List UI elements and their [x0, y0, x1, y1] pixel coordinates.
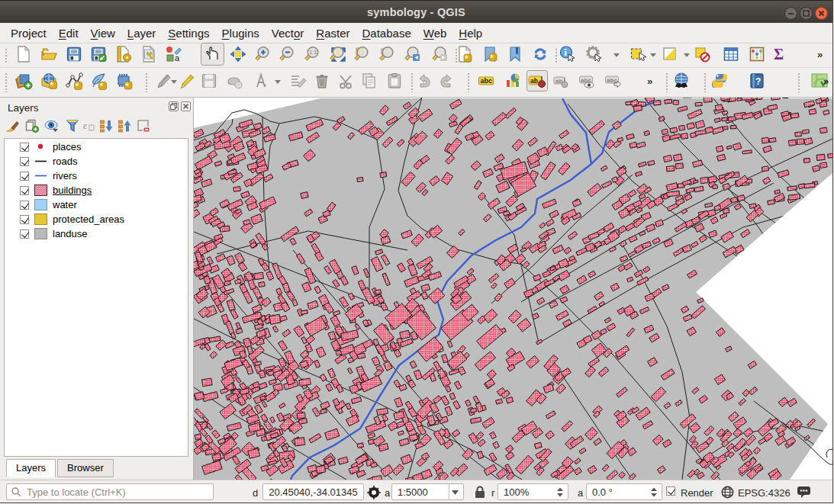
svg-text:abc: abc [481, 77, 493, 85]
svg-text:ab: ab [530, 77, 538, 85]
svg-text:*: * [465, 52, 469, 63]
svg-text:*: * [75, 80, 79, 90]
svg-text:»: » [823, 75, 829, 87]
svg-text:ε: ε [83, 120, 88, 131]
svg-text:1:1: 1:1 [310, 50, 317, 55]
svg-text:»: » [647, 75, 652, 87]
svg-text:*: * [125, 80, 130, 90]
svg-text:*: * [490, 51, 494, 63]
svg-text:abc: abc [607, 77, 617, 84]
svg-text:a: a [175, 53, 180, 63]
svg-text:ab: ab [555, 78, 562, 85]
svg-text:Σ: Σ [774, 46, 784, 63]
svg-text:?: ? [755, 76, 761, 87]
svg-text:*: * [50, 79, 54, 90]
svg-text:»: » [817, 49, 823, 60]
svg-text:*: * [99, 80, 104, 90]
